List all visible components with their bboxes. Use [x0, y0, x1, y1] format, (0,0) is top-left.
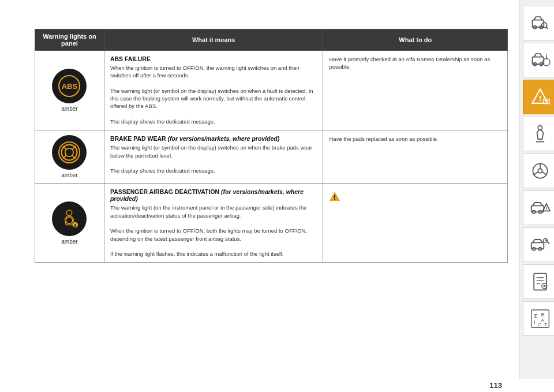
table-row: ABS amber ABS FAILURE When the ignition … — [35, 51, 508, 130]
panel-cell-brake: amber — [35, 130, 104, 184]
svg-text:!: ! — [545, 206, 547, 211]
brake-warning-light — [52, 135, 87, 170]
amber-label-brake: amber — [41, 172, 98, 178]
means-cell-brake: BRAKE PAD WEAR (for versions/markets, wh… — [104, 130, 323, 184]
svg-text:i: i — [545, 53, 547, 60]
todo-cell-airbag: ! — [323, 184, 508, 263]
person-airbag-icon: 2 — [59, 208, 80, 229]
svg-text:T: T — [544, 322, 547, 327]
tools-car-icon — [530, 234, 551, 255]
sidebar-item-warning-lights[interactable]: ! — [523, 80, 554, 114]
triangle-warning-icon: ! — [329, 191, 340, 202]
svg-point-1 — [65, 148, 73, 156]
sidebar-item-settings-doc[interactable] — [523, 264, 554, 299]
svg-point-6 — [67, 210, 72, 215]
info-car-icon: i — [530, 50, 551, 70]
table-row: 2 amber PASSENGER AIRBAG DEACTIVATION (f… — [35, 184, 508, 263]
svg-point-47 — [543, 285, 545, 287]
svg-text:2: 2 — [74, 223, 77, 227]
breakdown-car-icon: ! — [530, 197, 551, 218]
svg-text:!: ! — [539, 95, 541, 103]
page-number: 113 — [489, 381, 502, 390]
warning-table: Warning lights on panel What it means Wh… — [35, 29, 508, 263]
brake-icon — [58, 141, 80, 163]
airbag-warning-light: 2 — [52, 201, 87, 236]
amber-label-airbag: amber — [41, 238, 98, 245]
sidebar-item-language[interactable]: Z E A I C T — [523, 301, 554, 336]
means-cell-abs: ABS FAILURE When the ignition is turned … — [104, 51, 323, 130]
sidebar-item-tools[interactable] — [523, 227, 554, 262]
amber-label-abs: amber — [41, 106, 98, 112]
svg-text:A: A — [541, 318, 544, 323]
airbag-means-text: The warning light (on the instrument pan… — [110, 204, 317, 257]
header-todo: What to do — [323, 29, 508, 51]
brake-means-text: The warning light (or symbol on the disp… — [110, 144, 317, 174]
brake-title: BRAKE PAD WEAR (for versions/markets, wh… — [110, 135, 317, 142]
airbag-title: PASSENGER AIRBAG DEACTIVATION (for versi… — [110, 188, 317, 202]
panel-cell-airbag: 2 amber — [35, 184, 104, 263]
sidebar-item-breakdown[interactable]: ! — [523, 191, 554, 225]
panel-cell-abs: ABS amber — [35, 51, 104, 130]
header-panel: Warning lights on panel — [35, 29, 104, 51]
svg-line-31 — [542, 172, 547, 175]
svg-rect-42 — [534, 274, 546, 290]
svg-text:C: C — [538, 322, 541, 327]
abs-todo-text: Have it promptly checked at an Alfa Rome… — [329, 55, 501, 71]
svg-text:E: E — [541, 312, 545, 318]
sidebar-item-info-car[interactable]: i — [523, 43, 554, 77]
table-row: amber BRAKE PAD WEAR (for versions/marke… — [35, 130, 508, 184]
person-road-icon — [530, 124, 551, 144]
svg-point-28 — [538, 169, 542, 173]
svg-point-7 — [66, 217, 73, 223]
abs-title: ABS FAILURE — [110, 55, 317, 62]
bottom-bar: 113 — [0, 379, 554, 392]
sidebar-item-steering[interactable] — [523, 154, 554, 188]
right-sidebar: i ! — [519, 0, 554, 379]
svg-point-25 — [538, 126, 542, 130]
svg-line-16 — [546, 27, 548, 29]
sidebar-item-search-car[interactable] — [523, 6, 554, 40]
svg-line-30 — [533, 172, 538, 175]
brake-todo-text: Have the pads replaced as soon as possib… — [329, 135, 501, 143]
main-content: Warning lights on panel What it means Wh… — [0, 0, 519, 379]
steering-wheel-icon — [530, 160, 551, 181]
warning-light-active-icon: ! — [530, 87, 551, 107]
header-means: What it means — [104, 29, 323, 51]
means-cell-airbag: PASSENGER AIRBAG DEACTIVATION (for versi… — [104, 184, 323, 263]
abs-warning-light: ABS — [52, 69, 87, 103]
abs-means-text: When the ignition is turned to OFF/ON, t… — [110, 64, 317, 125]
svg-text:I: I — [534, 319, 536, 325]
language-icon: Z E A I C T — [530, 308, 551, 329]
svg-text:Z: Z — [534, 313, 537, 319]
todo-cell-abs: Have it promptly checked at an Alfa Rome… — [323, 51, 508, 130]
abs-icon: ABS — [58, 75, 80, 97]
airbag-warning-symbol: ! — [329, 191, 340, 202]
settings-doc-icon — [530, 271, 551, 292]
sidebar-item-person-road[interactable] — [523, 117, 554, 151]
todo-cell-brake: Have the pads replaced as soon as possib… — [323, 130, 508, 184]
search-car-icon — [530, 13, 551, 33]
svg-text:!: ! — [334, 195, 336, 201]
